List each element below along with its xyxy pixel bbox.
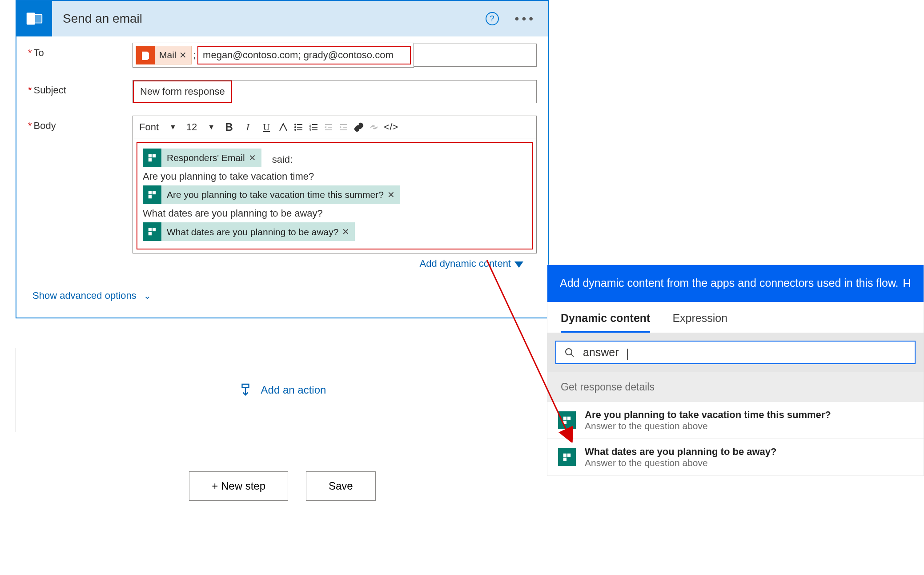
dc-item[interactable]: What dates are you planning to be away? … (547, 439, 924, 476)
svg-rect-40 (563, 458, 566, 461)
forms-icon (143, 149, 161, 167)
svg-rect-30 (149, 232, 152, 235)
svg-point-6 (294, 126, 296, 128)
dc-item-title: What dates are you planning to be away? (585, 446, 777, 458)
svg-rect-19 (340, 124, 347, 125)
remove-token-icon[interactable]: ✕ (387, 188, 395, 202)
to-field-extend[interactable] (414, 44, 537, 67)
text-color-icon[interactable] (278, 122, 289, 133)
dynamic-content-panel: Add dynamic content from the apps and co… (547, 265, 924, 476)
body-content: Responders' Email ✕ said: Are you planni… (137, 142, 533, 249)
svg-rect-22 (149, 154, 152, 157)
dc-header-text: Add dynamic content from the apps and co… (560, 276, 899, 291)
font-size-selector[interactable]: 12▼ (184, 120, 217, 135)
dc-hide-link[interactable]: H (903, 276, 911, 291)
tab-expression[interactable]: Expression (672, 312, 727, 333)
svg-rect-21 (340, 129, 347, 130)
svg-rect-25 (149, 191, 152, 194)
svg-point-33 (566, 349, 572, 355)
row-body: *Body Font▼ 12▼ B I U 123 </> (16, 109, 548, 277)
number-list-icon[interactable]: 123 (308, 122, 319, 133)
office-icon (136, 46, 155, 64)
svg-rect-11 (312, 124, 317, 125)
svg-rect-23 (153, 154, 156, 157)
outlook-icon (16, 1, 52, 36)
tab-dynamic-content[interactable]: Dynamic content (561, 312, 650, 333)
dc-group-header: Get response details (547, 372, 924, 402)
to-field[interactable]: Mail ✕ ; megan@contoso.com; grady@contos… (133, 43, 414, 68)
send-email-card: Send an email ? ••• *To Mail ✕ ; megan@c… (16, 0, 549, 318)
svg-rect-18 (325, 129, 332, 130)
svg-rect-37 (563, 421, 566, 424)
add-action-icon (239, 383, 252, 397)
label-to: *To (28, 43, 133, 59)
svg-rect-35 (563, 417, 566, 420)
remove-token-icon[interactable]: ✕ (249, 151, 256, 165)
row-subject: *Subject New form response (16, 74, 548, 109)
new-step-button[interactable]: + New step (189, 471, 288, 501)
svg-rect-36 (567, 417, 570, 420)
svg-rect-5 (297, 124, 302, 125)
unlink-icon[interactable] (369, 122, 379, 133)
dc-item-sub: Answer to the question above (585, 421, 831, 431)
token-q2[interactable]: What dates are you planning to be away? … (143, 222, 355, 241)
dc-tabs: Dynamic content Expression (547, 302, 924, 333)
svg-text:3: 3 (309, 128, 311, 132)
italic-button[interactable]: I (241, 121, 255, 133)
svg-rect-24 (149, 158, 152, 161)
svg-line-34 (571, 354, 574, 357)
subject-field[interactable]: New form response (133, 80, 537, 103)
svg-rect-13 (312, 127, 317, 128)
svg-point-4 (294, 124, 296, 125)
body-field[interactable]: Responders' Email ✕ said: Are you planni… (133, 138, 537, 253)
svg-rect-9 (297, 129, 302, 130)
svg-rect-16 (325, 124, 332, 125)
token-responders-email[interactable]: Responders' Email ✕ (143, 149, 261, 167)
to-token-mail[interactable]: Mail ✕ (136, 46, 192, 64)
svg-rect-26 (153, 191, 156, 194)
underline-button[interactable]: U (259, 121, 273, 133)
font-selector[interactable]: Font▼ (137, 120, 179, 135)
to-token-label: Mail (159, 50, 177, 60)
svg-point-8 (294, 129, 296, 131)
rte-toolbar: Font▼ 12▼ B I U 123 </> (133, 116, 537, 138)
svg-rect-27 (149, 195, 152, 198)
add-dynamic-content-link[interactable]: Add dynamic content (133, 253, 537, 271)
forms-icon (558, 411, 576, 429)
svg-rect-38 (563, 454, 566, 457)
outdent-icon[interactable] (323, 122, 334, 133)
caret-down-icon (514, 261, 523, 268)
bold-button[interactable]: B (222, 121, 236, 133)
code-view-button[interactable]: </> (384, 121, 398, 133)
dc-item-sub: Answer to the question above (585, 458, 777, 468)
indent-icon[interactable] (338, 122, 349, 133)
remove-token-icon[interactable]: ✕ (342, 225, 350, 239)
dc-search-input[interactable]: answer (555, 341, 916, 364)
svg-rect-1 (33, 14, 42, 23)
to-emails-text[interactable]: megan@contoso.com; grady@contoso.com (197, 46, 411, 64)
dc-item[interactable]: Are you planning to take vacation time t… (547, 402, 924, 439)
text-cursor (627, 349, 628, 360)
show-advanced-options-link[interactable]: Show advanced options ⌄ (16, 277, 548, 318)
help-icon[interactable]: ? (486, 12, 499, 25)
search-icon (564, 347, 575, 358)
svg-rect-7 (297, 127, 302, 128)
overflow-menu-icon[interactable]: ••• (515, 12, 536, 26)
card-title: Send an email (52, 12, 486, 26)
bottom-buttons: + New step Save (16, 471, 549, 501)
svg-rect-17 (328, 127, 332, 128)
token-q1[interactable]: Are you planning to take vacation time t… (143, 185, 400, 204)
label-body: *Body (28, 116, 133, 132)
remove-token-icon[interactable]: ✕ (179, 50, 187, 60)
add-action-button[interactable]: Add an action (239, 383, 326, 397)
body-line-q2: What dates are you planning to be away? (143, 205, 526, 221)
svg-rect-20 (343, 127, 347, 128)
bullet-list-icon[interactable] (293, 122, 304, 133)
dc-item-title: Are you planning to take vacation time t… (585, 409, 831, 421)
save-button[interactable]: Save (306, 471, 376, 501)
link-icon[interactable] (354, 122, 364, 133)
svg-rect-15 (312, 129, 317, 130)
row-to: *To Mail ✕ ; megan@contoso.com; grady@co… (16, 36, 548, 74)
svg-point-3 (282, 124, 284, 125)
label-subject: *Subject (28, 80, 133, 96)
